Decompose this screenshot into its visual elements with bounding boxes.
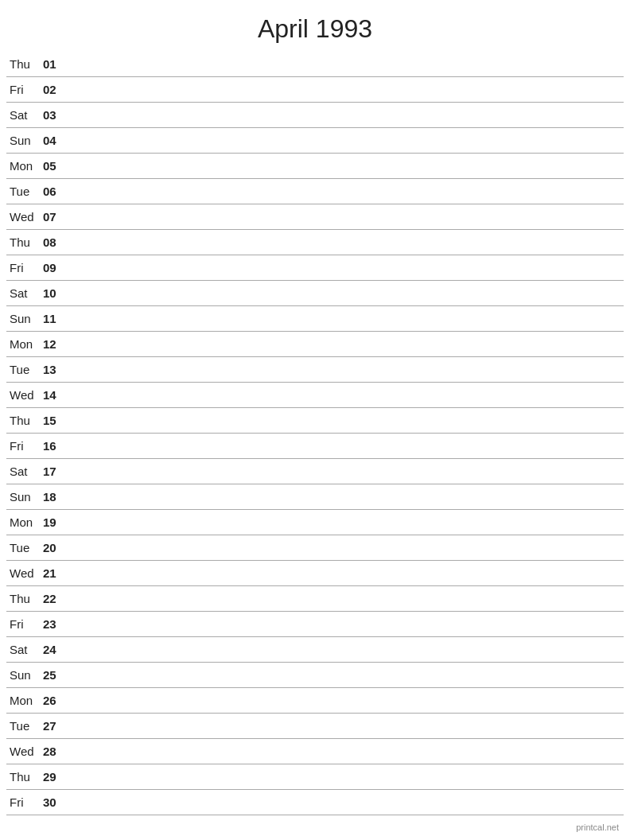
day-number: 09: [43, 261, 65, 274]
calendar-row: Mon26: [6, 688, 624, 714]
day-number: 05: [43, 159, 65, 173]
calendar-row: Fri30: [6, 790, 624, 815]
day-name: Wed: [10, 566, 43, 580]
day-name: Fri: [10, 795, 43, 809]
day-number: 10: [43, 286, 65, 300]
day-line: [65, 725, 620, 726]
day-name: Mon: [10, 337, 43, 351]
day-line: [65, 216, 620, 217]
day-number: 21: [43, 566, 65, 580]
day-name: Sun: [10, 490, 43, 504]
calendar-row: Sat10: [6, 281, 624, 306]
day-line: [65, 369, 620, 370]
day-name: Thu: [10, 414, 43, 427]
day-line: [65, 318, 620, 319]
page-title: April 1993: [0, 0, 630, 52]
day-line: [65, 624, 620, 624]
calendar-row: Sun25: [6, 663, 624, 688]
day-number: 29: [43, 770, 65, 784]
day-line: [65, 573, 620, 574]
day-line: [65, 344, 620, 344]
day-line: [65, 471, 620, 472]
calendar-row: Thu29: [6, 764, 624, 790]
day-line: [65, 115, 620, 115]
day-name: Wed: [10, 745, 43, 758]
day-number: 14: [43, 388, 65, 402]
calendar-row: Mon05: [6, 154, 624, 179]
day-line: [65, 751, 620, 752]
day-number: 08: [43, 235, 65, 249]
day-name: Sat: [10, 286, 43, 300]
day-name: Thu: [10, 770, 43, 784]
day-name: Wed: [10, 210, 43, 224]
day-number: 27: [43, 719, 65, 733]
day-line: [65, 395, 620, 395]
day-name: Tue: [10, 719, 43, 733]
day-number: 22: [43, 592, 65, 605]
day-line: [65, 496, 620, 497]
calendar-row: Fri09: [6, 255, 624, 281]
calendar-row: Fri02: [6, 77, 624, 103]
calendar-row: Sun18: [6, 484, 624, 510]
day-number: 03: [43, 108, 65, 122]
day-number: 15: [43, 414, 65, 427]
calendar-row: Tue20: [6, 535, 624, 561]
day-number: 24: [43, 643, 65, 656]
day-line: [65, 547, 620, 548]
day-name: Fri: [10, 439, 43, 453]
day-number: 02: [43, 83, 65, 96]
calendar-row: Wed14: [6, 383, 624, 408]
day-name: Wed: [10, 388, 43, 402]
day-name: Fri: [10, 617, 43, 631]
calendar-row: Tue06: [6, 179, 624, 204]
day-name: Sun: [10, 134, 43, 147]
day-number: 23: [43, 617, 65, 631]
day-line: [65, 445, 620, 446]
calendar-row: Thu08: [6, 230, 624, 255]
day-number: 07: [43, 210, 65, 224]
day-line: [65, 165, 620, 166]
day-line: [65, 89, 620, 90]
calendar-row: Sat17: [6, 459, 624, 484]
day-name: Tue: [10, 363, 43, 376]
day-number: 28: [43, 745, 65, 758]
calendar-row: Tue27: [6, 714, 624, 739]
day-number: 04: [43, 134, 65, 147]
day-number: 13: [43, 363, 65, 376]
day-number: 12: [43, 337, 65, 351]
calendar-row: Mon12: [6, 332, 624, 357]
day-number: 17: [43, 465, 65, 478]
calendar-row: Sat03: [6, 103, 624, 128]
day-name: Fri: [10, 261, 43, 274]
day-line: [65, 293, 620, 294]
day-line: [65, 191, 620, 192]
footer-text: printcal.net: [576, 822, 619, 832]
day-name: Mon: [10, 694, 43, 707]
day-line: [65, 420, 620, 421]
day-number: 06: [43, 185, 65, 198]
day-number: 18: [43, 490, 65, 504]
calendar-row: Wed21: [6, 561, 624, 586]
day-name: Mon: [10, 515, 43, 529]
day-name: Sat: [10, 465, 43, 478]
day-line: [65, 802, 620, 803]
day-number: 25: [43, 668, 65, 682]
day-name: Sun: [10, 312, 43, 325]
day-line: [65, 267, 620, 268]
day-number: 30: [43, 795, 65, 809]
day-line: [65, 649, 620, 650]
day-number: 26: [43, 694, 65, 707]
day-name: Thu: [10, 235, 43, 249]
calendar-row: Fri16: [6, 434, 624, 459]
day-name: Mon: [10, 159, 43, 173]
day-name: Tue: [10, 185, 43, 198]
calendar-row: Sun11: [6, 306, 624, 332]
day-line: [65, 242, 620, 243]
day-line: [65, 64, 620, 64]
day-number: 20: [43, 541, 65, 554]
day-line: [65, 140, 620, 141]
day-line: [65, 700, 620, 701]
day-name: Tue: [10, 541, 43, 554]
day-name: Sun: [10, 668, 43, 682]
calendar-row: Sat24: [6, 637, 624, 663]
